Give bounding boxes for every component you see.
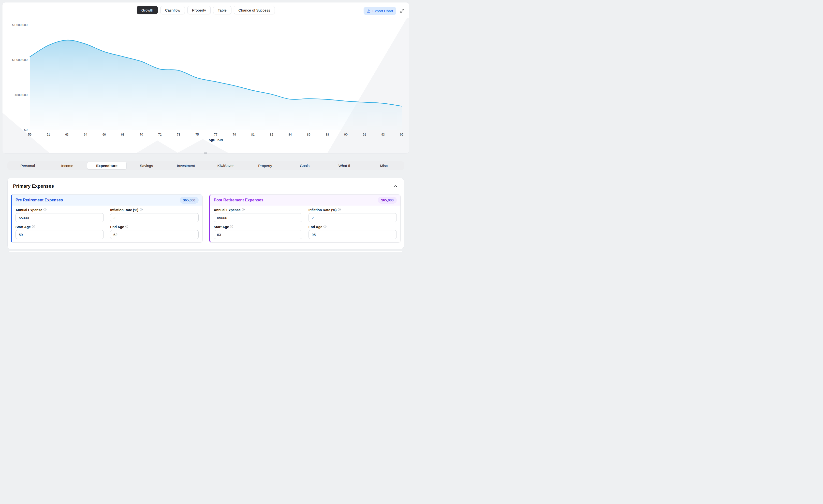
section-tab-personal[interactable]: Personal	[8, 162, 47, 170]
x-axis-tick-label: 68	[121, 133, 124, 136]
info-icon[interactable]	[338, 208, 341, 211]
x-axis-tick-label: 70	[140, 133, 143, 136]
x-axis-tick-label: 72	[158, 133, 162, 136]
inflation-rate-label: Inflation Rate (%)	[110, 208, 138, 212]
x-axis-tick-label: 59	[28, 133, 31, 136]
section-tab-goals[interactable]: Goals	[285, 162, 324, 170]
expense-cards-row: Pre Retirement Expenses $65,000 Annual E…	[11, 194, 401, 243]
info-icon[interactable]	[230, 225, 233, 228]
post-retirement-fields: Annual Expense Inflation Rate (%) Start …	[210, 206, 401, 242]
primary-expenses-header: Primary Expenses	[11, 182, 401, 189]
y-axis-tick-label: $0	[24, 128, 27, 132]
info-icon[interactable]	[125, 225, 128, 228]
post-retirement-amount-badge: $65,000	[378, 197, 397, 204]
section-tab-property[interactable]: Property	[245, 162, 285, 170]
section-tab-expenditure[interactable]: Expenditure	[87, 162, 127, 170]
start-age-input[interactable]	[214, 230, 302, 239]
expand-icon	[400, 9, 404, 13]
start-age-input[interactable]	[15, 230, 104, 239]
download-icon	[367, 9, 371, 13]
inflation-rate-input[interactable]	[309, 213, 397, 222]
x-axis-tick-label: 77	[214, 133, 217, 136]
x-axis-tick-label: 82	[270, 133, 273, 136]
export-chart-button[interactable]: Export Chart	[363, 7, 396, 15]
field-end-age: End Age	[309, 225, 397, 239]
resize-handle[interactable]	[204, 153, 207, 155]
section-tabs: Personal Income Expenditure Savings Inve…	[7, 161, 404, 170]
end-age-input[interactable]	[309, 230, 397, 239]
section-tab-what-if[interactable]: What If	[324, 162, 364, 170]
collapse-section-button[interactable]	[392, 183, 399, 189]
pre-retirement-fields: Annual Expense Inflation Rate (%) Start …	[12, 206, 202, 242]
info-icon[interactable]	[241, 208, 244, 211]
x-axis-tick-label: 79	[232, 133, 236, 136]
tab-property-chart[interactable]: Property	[187, 6, 211, 14]
chart-view-tabs: Growth Cashflow Property Table Chance of…	[137, 6, 275, 14]
pre-retirement-expenses-card: Pre Retirement Expenses $65,000 Annual E…	[11, 194, 202, 243]
x-axis-tick-label: 73	[177, 133, 180, 136]
chevron-up-icon	[393, 184, 398, 189]
x-axis-tick-label: 88	[325, 133, 329, 136]
primary-expenses-title: Primary Expenses	[13, 184, 54, 189]
annual-expense-input[interactable]	[15, 213, 104, 222]
annual-expense-label: Annual Expense	[15, 208, 42, 212]
start-age-label: Start Age	[214, 225, 229, 229]
tab-chance-of-success[interactable]: Chance of Success	[234, 6, 275, 14]
field-inflation-rate: Inflation Rate (%)	[309, 208, 397, 222]
x-axis-tick-label: 86	[307, 133, 311, 136]
expand-chart-button[interactable]	[399, 8, 405, 14]
x-axis-tick-label: 91	[363, 133, 366, 136]
section-tab-misc[interactable]: Misc	[364, 162, 403, 170]
end-age-label: End Age	[110, 225, 124, 229]
y-axis-tick-label: $1,500,000	[12, 23, 27, 27]
x-axis-tick-label: 66	[103, 133, 106, 136]
pre-retirement-amount-badge: $65,000	[180, 197, 199, 204]
inflation-rate-label: Inflation Rate (%)	[309, 208, 337, 212]
end-age-label: End Age	[309, 225, 322, 229]
x-axis-tick-label: 93	[381, 133, 385, 136]
post-retirement-title: Post Retirement Expenses	[214, 198, 264, 202]
x-axis-tick-label: 64	[84, 133, 87, 136]
x-axis-tick-label: 61	[47, 133, 50, 136]
primary-expenses-panel: Primary Expenses Pre Retirement Expenses…	[7, 178, 404, 249]
field-inflation-rate: Inflation Rate (%)	[110, 208, 198, 222]
y-axis-tick-label: $500,000	[15, 93, 27, 97]
x-axis-tick-label: 84	[288, 133, 292, 136]
x-axis-tick-label: 63	[65, 133, 68, 136]
post-retirement-expenses-card: Post Retirement Expenses $65,000 Annual …	[209, 194, 401, 243]
tab-cashflow[interactable]: Cashflow	[160, 6, 185, 14]
pre-retirement-header: Pre Retirement Expenses $65,000	[12, 195, 202, 206]
x-axis-title: Age - Kiri	[209, 138, 223, 142]
tab-table[interactable]: Table	[213, 6, 231, 14]
info-icon[interactable]	[324, 225, 326, 228]
lower-section: Personal Income Expenditure Savings Inve…	[0, 154, 412, 252]
post-retirement-header: Post Retirement Expenses $65,000	[210, 195, 401, 206]
annual-expense-input[interactable]	[214, 213, 302, 222]
section-tab-kiwisaver[interactable]: KiwiSaver	[206, 162, 245, 170]
info-icon[interactable]	[140, 208, 143, 211]
start-age-label: Start Age	[15, 225, 31, 229]
chart-card: Growth Cashflow Property Table Chance of…	[2, 2, 409, 154]
inflation-rate-input[interactable]	[110, 213, 198, 222]
y-axis-tick-label: $1,000,000	[12, 58, 27, 62]
tab-growth[interactable]: Growth	[137, 6, 158, 14]
pre-retirement-title: Pre Retirement Expenses	[15, 198, 63, 202]
x-axis-tick-label: 95	[400, 133, 403, 136]
export-chart-label: Export Chart	[372, 9, 393, 13]
x-axis-tick-label: 75	[195, 133, 199, 136]
end-age-input[interactable]	[110, 230, 198, 239]
x-axis-tick-label: 90	[344, 133, 348, 136]
field-annual-expense: Annual Expense	[15, 208, 104, 222]
annual-expense-label: Annual Expense	[214, 208, 241, 212]
field-start-age: Start Age	[15, 225, 104, 239]
info-icon[interactable]	[43, 208, 46, 211]
x-axis-tick-label: 81	[251, 133, 255, 136]
section-tab-income[interactable]: Income	[47, 162, 87, 170]
field-start-age: Start Age	[214, 225, 302, 239]
field-annual-expense: Annual Expense	[214, 208, 302, 222]
section-tab-investment[interactable]: Investment	[166, 162, 206, 170]
section-tab-savings[interactable]: Savings	[127, 162, 166, 170]
field-end-age: End Age	[110, 225, 198, 239]
info-icon[interactable]	[32, 225, 35, 228]
growth-area-chart: $0$500,000$1,000,000$1,500,0005961636466…	[2, 18, 409, 154]
